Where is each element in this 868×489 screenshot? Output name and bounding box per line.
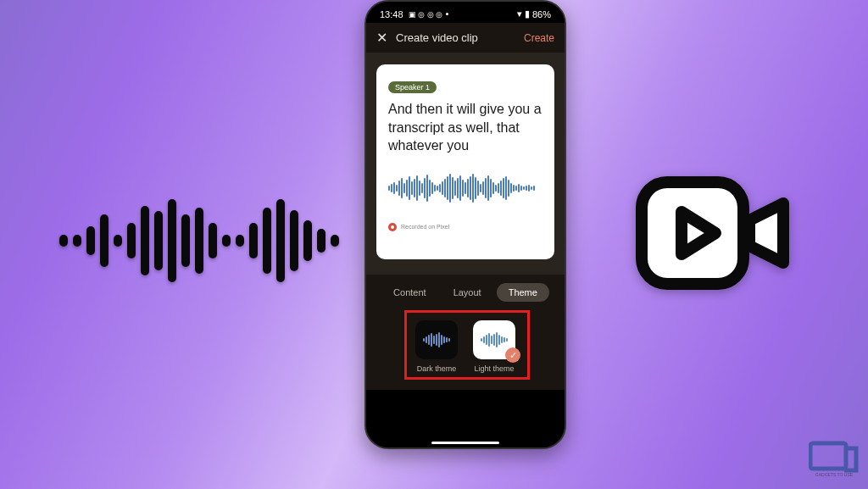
close-icon[interactable]: ✕ <box>376 30 387 46</box>
preview-area: Speaker 1 And then it will give you a tr… <box>366 53 565 275</box>
tabs-row: Content Layout Theme <box>366 275 565 312</box>
phone-mockup: 13:48 ▣ ◎ ◎ ◎ ▾ ▮ 86% ✕ Create video cli… <box>364 0 566 449</box>
theme-light-label: Light theme <box>474 364 514 373</box>
preview-waveform <box>388 170 542 206</box>
status-time: 13:48 <box>380 9 403 19</box>
create-button[interactable]: Create <box>524 32 554 44</box>
svg-rect-0 <box>642 182 743 284</box>
tab-content[interactable]: Content <box>381 283 438 302</box>
battery-icon: ▮ <box>525 8 530 19</box>
battery-percent: 86% <box>532 9 551 19</box>
gtu-logo: GADGETS TO USE <box>809 436 860 481</box>
theme-dark-label: Dark theme <box>417 364 457 373</box>
theme-option-light[interactable]: ✓ Light theme <box>473 320 515 373</box>
gesture-bar <box>431 442 499 444</box>
transcript-text: And then it will give you a transcript a… <box>388 100 542 155</box>
decorative-waveform-left <box>59 199 339 282</box>
check-icon: ✓ <box>505 347 520 363</box>
preview-card: Speaker 1 And then it will give you a tr… <box>376 64 554 259</box>
theme-light-preview: ✓ <box>473 320 515 359</box>
page-title: Create video clip <box>396 31 524 44</box>
theme-option-dark[interactable]: Dark theme <box>415 320 458 373</box>
record-icon <box>388 223 397 231</box>
status-bar: 13:48 ▣ ◎ ◎ ◎ ▾ ▮ 86% <box>366 2 565 23</box>
svg-text:GADGETS TO USE: GADGETS TO USE <box>815 472 854 477</box>
app-header: ✕ Create video clip Create <box>366 23 565 53</box>
tab-theme[interactable]: Theme <box>497 283 549 302</box>
speaker-badge: Speaker 1 <box>388 81 437 93</box>
svg-rect-1 <box>810 443 846 469</box>
decorative-video-icon <box>635 169 792 300</box>
theme-dark-preview <box>415 320 458 359</box>
recorded-label: Recorded on Pixel <box>388 223 542 231</box>
theme-options: Dark theme ✓ Light theme <box>366 312 565 390</box>
wifi-icon: ▾ <box>517 8 522 19</box>
tab-layout[interactable]: Layout <box>442 283 493 302</box>
